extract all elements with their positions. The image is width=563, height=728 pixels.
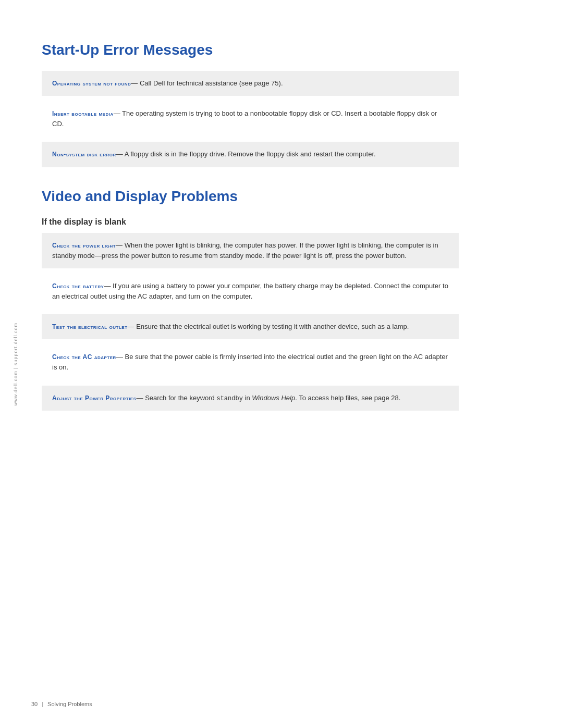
body-electrical-outlet: Ensure that the electrical outlet is wor… [136, 323, 409, 330]
bootable-media-text: Insert bootable media— The operating sys… [52, 108, 448, 129]
footer-page-number: 30 [31, 701, 38, 707]
footer-section-label: Solving Problems [47, 701, 92, 707]
term-os-not-found: Operating system not found [52, 80, 131, 87]
section1-title: Start-Up Error Messages [42, 42, 459, 58]
info-block-battery: Check the battery— If you are using a ba… [42, 274, 459, 309]
term-power-properties: Adjust the Power Properties [52, 394, 137, 402]
section2-title: Video and Display Problems [42, 188, 459, 205]
page-container: www.dell.com | support.dell.com Start-Up… [0, 0, 563, 728]
power-light-text: Check the power light— When the power li… [52, 240, 448, 261]
footer: 30 | Solving Problems [31, 701, 521, 707]
disk-error-text: Non-system disk error— A floppy disk is … [52, 149, 448, 159]
main-content: Start-Up Error Messages Operating system… [31, 0, 500, 728]
term-bootable-media: Insert bootable media [52, 110, 114, 117]
info-block-power-light: Check the power light— When the power li… [42, 233, 459, 268]
body-power-properties-prefix: Search for the keyword [145, 394, 216, 402]
power-properties-text: Adjust the Power Properties— Search for … [52, 393, 448, 404]
info-block-electrical-outlet: Test the electrical outlet— Ensure that … [42, 314, 459, 339]
separator-1: — [131, 79, 140, 87]
code-standby: standby [216, 395, 242, 402]
sidebar: www.dell.com | support.dell.com [0, 0, 31, 728]
term-power-light: Check the power light [52, 242, 116, 249]
info-block-os-not-found: Operating system not found— Call Dell fo… [42, 71, 459, 96]
term-ac-adapter: Check the AC adapter [52, 353, 116, 361]
body-os-not-found: Call Dell for technical assistance (see … [140, 79, 283, 87]
subsection-heading: If the display is blank [42, 217, 459, 227]
term-battery: Check the battery [52, 282, 104, 290]
body-power-properties-suffix: in Windows Help. To access help files, s… [243, 394, 400, 402]
battery-text: Check the battery— If you are using a ba… [52, 281, 448, 302]
info-block-power-properties: Adjust the Power Properties— Search for … [42, 386, 459, 411]
separator-2: — [114, 109, 122, 117]
info-block-bootable-media: Insert bootable media— The operating sys… [42, 101, 459, 137]
footer-separator: | [42, 701, 43, 707]
electrical-outlet-text: Test the electrical outlet— Ensure that … [52, 322, 448, 332]
os-not-found-text: Operating system not found— Call Dell fo… [52, 78, 448, 89]
separator-3: — [116, 150, 125, 158]
info-block-ac-adapter: Check the AC adapter— Be sure that the p… [42, 344, 459, 380]
info-block-disk-error: Non-system disk error— A floppy disk is … [42, 142, 459, 167]
term-disk-error: Non-system disk error [52, 151, 116, 158]
sidebar-text: www.dell.com | support.dell.com [13, 323, 18, 405]
term-electrical-outlet: Test the electrical outlet [52, 323, 128, 330]
body-disk-error: A floppy disk is in the floppy drive. Re… [125, 150, 376, 158]
ac-adapter-text: Check the AC adapter— Be sure that the p… [52, 352, 448, 373]
